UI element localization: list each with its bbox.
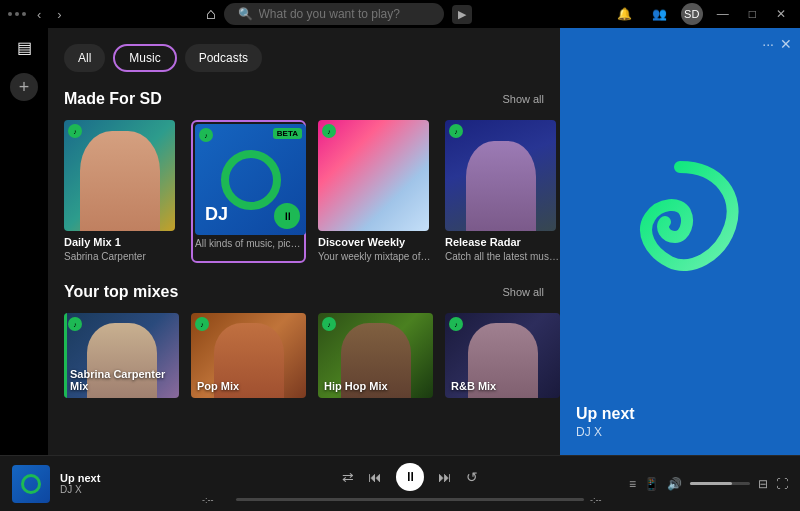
player-right: ≡ 📱 🔊 ⊟ ⛶ (628, 477, 788, 491)
title-bar-dots (8, 12, 26, 16)
release-radar-card[interactable]: ♪ Release Radar Catch all the latest mus… (445, 120, 560, 263)
nowplaying-icon: ▶ (452, 5, 472, 24)
discover-spotify-dot: ♪ (322, 124, 336, 138)
dot1 (8, 12, 12, 16)
sidebar-add-button[interactable]: + (10, 73, 38, 101)
top-mixes-cards: ♪ Sabrina Carpenter Mix ♪ Pop Mix (64, 313, 544, 398)
panel-close-button[interactable]: ✕ (780, 36, 792, 52)
pop-mix-label: Pop Mix (197, 380, 239, 392)
progress-total: -:-- (590, 495, 618, 505)
dj-card[interactable]: ♪ BETA DJ ⏸ All kinds of music, picked b… (191, 120, 306, 263)
rnb-mix-label: R&B Mix (451, 380, 496, 392)
rnb-spotify-dot: ♪ (449, 317, 463, 331)
panel-more-button[interactable]: ··· (762, 36, 774, 52)
dj-play-button[interactable]: ⏸ (274, 203, 300, 229)
rnb-mix-card[interactable]: ♪ R&B Mix (445, 313, 560, 398)
filter-podcasts[interactable]: Podcasts (185, 44, 262, 72)
made-for-sd-title: Made For SD (64, 90, 162, 108)
search-icon: 🔍 (238, 7, 253, 21)
title-bar-center: ⌂ 🔍 ▶ (206, 3, 472, 25)
daily-mix-1-sublabel: Sabrina Carpenter (64, 250, 179, 263)
made-for-sd-show-all[interactable]: Show all (502, 93, 544, 105)
close-button[interactable]: ✕ (770, 5, 792, 23)
home-button[interactable]: ⌂ (206, 5, 216, 23)
dj-spotify-dot: ♪ (199, 128, 213, 142)
filter-music[interactable]: Music (113, 44, 176, 72)
back-button[interactable]: ‹ (32, 5, 46, 24)
release-person-image (466, 141, 536, 231)
sabrina-mix-label: Sabrina Carpenter Mix (70, 368, 179, 392)
hiphop-mix-label: Hip Hop Mix (324, 380, 388, 392)
player-left: Up next DJ X (12, 465, 192, 503)
player-track-artist: DJ X (60, 484, 192, 495)
player-dj-ring (21, 474, 41, 494)
player-info: Up next DJ X (60, 472, 192, 495)
dot2 (15, 12, 19, 16)
hiphop-mix-card[interactable]: ♪ Hip Hop Mix (318, 313, 433, 398)
main-content: All Music Podcasts Made For SD Show all … (48, 28, 560, 455)
sabrina-mix-side-bar (64, 313, 67, 398)
up-next-track: DJ X (576, 425, 784, 439)
filter-tabs: All Music Podcasts (64, 44, 544, 72)
swirl-artwork (600, 147, 760, 307)
discover-weekly-card[interactable]: ♪ Discover Weekly Your weekly mixtape of… (318, 120, 433, 263)
discover-weekly-sublabel: Your weekly mixtape of fresh music. Enjo… (318, 250, 433, 263)
top-mixes-title: Your top mixes (64, 283, 178, 301)
dj-sublabel: All kinds of music, picked by your own A… (195, 237, 302, 250)
up-next-label: Up next (576, 405, 784, 423)
release-radar-label: Release Radar (445, 236, 560, 248)
shuffle-button[interactable]: ⇄ (342, 469, 354, 485)
maximize-button[interactable]: □ (743, 5, 762, 23)
sidebar-library-icon[interactable]: ▤ (17, 38, 32, 57)
top-mixes-show-all[interactable]: Show all (502, 286, 544, 298)
content-area: All Music Podcasts Made For SD Show all … (48, 28, 800, 455)
dj-ring (221, 150, 281, 210)
daily-mix-1-card[interactable]: ♪ Daily Mix 1 Sabrina Carpenter (64, 120, 179, 263)
friends-icon[interactable]: 👥 (646, 5, 673, 23)
player-track-title: Up next (60, 472, 192, 484)
daily1-person-image (80, 131, 160, 231)
title-bar-left: ‹ › (8, 5, 67, 24)
release-spotify-dot: ♪ (449, 124, 463, 138)
sidebar: ▤ + (0, 28, 48, 455)
player-bar: Up next DJ X ⇄ ⏮ ⏸ ⏭ ↺ -:-- -:-- ≡ 📱 🔊 ⊟… (0, 455, 800, 511)
made-for-sd-section: Made For SD Show all ♪ Daily Mix 1 Sabri… (64, 90, 544, 263)
volume-track[interactable] (690, 482, 750, 485)
repeat-button[interactable]: ↺ (466, 469, 478, 485)
volume-fill (690, 482, 732, 485)
rnb-mix-image: ♪ R&B Mix (445, 313, 560, 398)
discover-weekly-image: ♪ (318, 120, 429, 231)
prev-button[interactable]: ⏮ (368, 469, 382, 485)
progress-current: -:-- (202, 495, 230, 505)
bell-icon[interactable]: 🔔 (611, 5, 638, 23)
minimize-button[interactable]: — (711, 5, 735, 23)
player-center: ⇄ ⏮ ⏸ ⏭ ↺ -:-- -:-- (202, 463, 618, 505)
queue-icon[interactable]: ≡ (629, 477, 636, 491)
daily-mix-1-image: ♪ (64, 120, 175, 231)
mini-player-button[interactable]: ⊟ (758, 477, 768, 491)
avatar[interactable]: SD (681, 3, 703, 25)
next-button[interactable]: ⏭ (438, 469, 452, 485)
sabrina-spotify-dot: ♪ (68, 317, 82, 331)
filter-all[interactable]: All (64, 44, 105, 72)
fullscreen-button[interactable]: ⛶ (776, 477, 788, 491)
pop-spotify-dot: ♪ (195, 317, 209, 331)
sabrina-carpenter-mix-card[interactable]: ♪ Sabrina Carpenter Mix (64, 313, 179, 398)
made-for-sd-cards: ♪ Daily Mix 1 Sabrina Carpenter ♪ BETA (64, 120, 544, 263)
forward-button[interactable]: › (52, 5, 66, 24)
pop-mix-card[interactable]: ♪ Pop Mix (191, 313, 306, 398)
devices-icon[interactable]: 📱 (644, 477, 659, 491)
right-panel-header: ··· ✕ (560, 28, 800, 60)
dj-label-overlay: DJ (205, 204, 228, 225)
search-bar: 🔍 (224, 3, 444, 25)
sabrina-mix-image: ♪ Sabrina Carpenter Mix (64, 313, 179, 398)
title-bar-right: 🔔 👥 SD — □ ✕ (611, 3, 792, 25)
volume-icon[interactable]: 🔊 (667, 477, 682, 491)
progress-track[interactable] (236, 498, 584, 501)
top-mixes-section: Your top mixes Show all ♪ Sabrina Carpen… (64, 283, 544, 398)
search-input[interactable] (259, 7, 430, 21)
hiphop-spotify-dot: ♪ (322, 317, 336, 331)
release-radar-image: ♪ (445, 120, 556, 231)
top-mixes-header: Your top mixes Show all (64, 283, 544, 301)
play-pause-button[interactable]: ⏸ (396, 463, 424, 491)
